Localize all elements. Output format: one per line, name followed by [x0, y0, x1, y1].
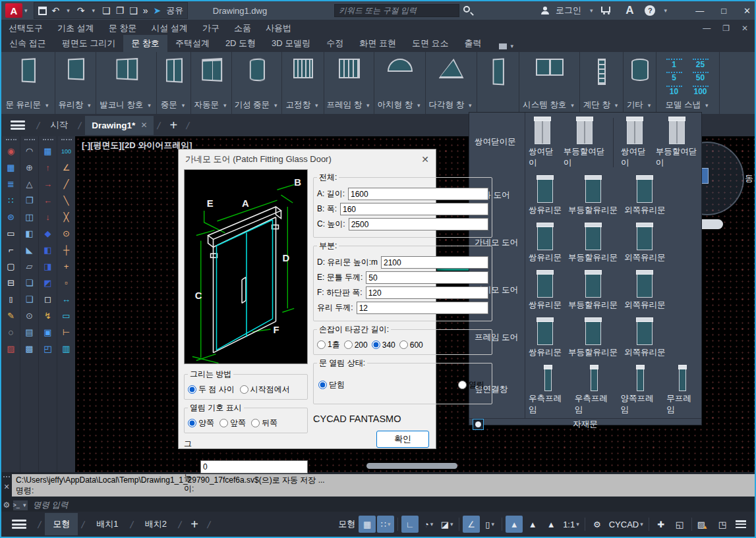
- toolbar-grip[interactable]: [43, 139, 53, 140]
- ribbon-tab-9[interactable]: 출력: [457, 35, 490, 52]
- palette-item[interactable]: 쌍유리문: [525, 317, 565, 358]
- draw-method-option-1[interactable]: 시작점에서: [240, 384, 290, 395]
- palette-item[interactable]: 부등할유리문: [565, 175, 621, 216]
- command-customize-icon[interactable]: ⚙: [3, 500, 11, 510]
- tool-center-mark-icon[interactable]: ⊙: [59, 225, 74, 242]
- tool-align-icon[interactable]: ◰: [40, 340, 56, 357]
- tool-intersection-icon[interactable]: ┼: [59, 242, 74, 258]
- ribbon-panel-12[interactable]: 계단 창▾: [580, 52, 624, 114]
- annotation-scale-value[interactable]: 1:1▾: [561, 516, 581, 533]
- new-file-icon[interactable]: ❏: [102, 5, 111, 16]
- ok-button[interactable]: 확인: [376, 431, 429, 448]
- open-symbol-option-0[interactable]: 양쪽: [188, 417, 214, 429]
- toolbar-grip[interactable]: [61, 139, 72, 140]
- palette-item[interactable]: 쌍유리문: [525, 175, 565, 216]
- tool-perpendicular-icon[interactable]: ⊢: [59, 324, 74, 340]
- model-snap-value[interactable]: 5: [663, 72, 685, 84]
- menu-item-0[interactable]: 선택도구: [1, 22, 50, 34]
- tool-move-right-icon[interactable]: →: [40, 176, 56, 192]
- ribbon-panel-label[interactable]: 유리창▾: [58, 99, 92, 111]
- search-icon[interactable]: [463, 6, 470, 13]
- ribbon-tab-2[interactable]: 문 창호: [123, 35, 167, 52]
- draw-method-option-0[interactable]: 두 점 사이: [188, 384, 235, 395]
- palette-item[interactable]: 부등할여닫이: [653, 117, 701, 169]
- handle-length-option-2[interactable]: 340: [372, 340, 395, 350]
- panel-caret-icon[interactable]: ▾: [417, 102, 421, 109]
- draw-height-input[interactable]: [200, 460, 308, 473]
- ribbon-panel-label[interactable]: 중문▾: [161, 99, 187, 111]
- tool-plane-icon[interactable]: ▱: [22, 258, 38, 275]
- file-menu-icon[interactable]: [11, 121, 25, 130]
- panel-caret-icon[interactable]: ▾: [648, 102, 651, 109]
- panel-caret-icon[interactable]: ▾: [366, 102, 370, 109]
- tool-small-node-icon[interactable]: ▫: [59, 275, 74, 291]
- tool-render-material-icon[interactable]: ◉: [3, 143, 19, 159]
- tool-union-icon[interactable]: ❑: [22, 291, 38, 308]
- door-state-option-0[interactable]: 닫힘: [318, 379, 345, 390]
- field-b-input[interactable]: [340, 203, 488, 215]
- osnap-toggle[interactable]: ∠: [463, 516, 480, 533]
- palette-item[interactable]: 부등할여닫이: [560, 117, 609, 169]
- ribbon-panel-label[interactable]: 아치형 창▾: [377, 99, 422, 111]
- ribbon-panel-label[interactable]: 시스템 창호▾: [523, 99, 576, 111]
- tool-circle-icon[interactable]: ◌: [3, 324, 19, 340]
- draw-method-radio-0[interactable]: [188, 385, 196, 394]
- door-state-radio-1[interactable]: [458, 381, 467, 389]
- ribbon-tab-4[interactable]: 2D 도형: [218, 35, 264, 52]
- open-symbol-option-2[interactable]: 뒤쪽: [251, 417, 277, 429]
- tool-face-right-icon[interactable]: ◨: [40, 258, 56, 275]
- tool-circle-center-icon[interactable]: ⊕: [22, 159, 38, 176]
- ribbon-panel-label[interactable]: 다각형 창▾: [428, 99, 473, 111]
- model-space-button[interactable]: 모형: [336, 516, 357, 533]
- tool-polyline-icon[interactable]: ⌐: [3, 242, 19, 258]
- command-grip[interactable]: [3, 476, 10, 477]
- graphics-performance-button[interactable]: ▨▲: [695, 516, 712, 533]
- ribbon-panel-label[interactable]: 고정창▾: [285, 99, 320, 111]
- login-link[interactable]: 로그인: [556, 5, 581, 16]
- tool-solid-half-icon[interactable]: ◧: [22, 225, 38, 242]
- viewport-controls[interactable]: [-][평면도][2D 와이어프레임]: [82, 140, 192, 151]
- ribbon-panel-label[interactable]: 기성 중문▾: [234, 99, 279, 111]
- model-snap-value[interactable]: 50: [689, 72, 712, 84]
- tool-frame-icon[interactable]: ▢: [3, 258, 19, 275]
- palette-item[interactable]: 쌍여닫이: [525, 117, 560, 169]
- tool-face-corner-icon[interactable]: ◩: [40, 275, 56, 291]
- tool-dim-ruler-icon[interactable]: ▭: [59, 308, 74, 324]
- user-icon[interactable]: [541, 7, 549, 14]
- palette-item[interactable]: 양쪽프레임: [617, 365, 663, 416]
- tool-move-down-icon[interactable]: ↓: [40, 209, 56, 225]
- ribbon-panel-6[interactable]: 고정창▾: [282, 52, 324, 114]
- ribbon-panel-13[interactable]: 기타▾: [624, 52, 656, 114]
- open-symbol-radio-0[interactable]: [188, 419, 196, 427]
- ribbon-panel-2[interactable]: 발코니 창호▾: [96, 52, 157, 114]
- tool-solid-box-icon[interactable]: ❐: [22, 192, 38, 209]
- handle-length-radio-0[interactable]: [317, 340, 326, 349]
- tool-zoom-window-icon[interactable]: ◻: [40, 291, 56, 308]
- tool-flash-icon[interactable]: ↯: [40, 308, 56, 324]
- menu-item-1[interactable]: 기초 설계: [50, 22, 102, 34]
- ribbon-tab-0[interactable]: 신속 접근: [1, 35, 54, 52]
- ribbon-panel-1[interactable]: 유리창▾: [55, 52, 96, 114]
- field-d-input[interactable]: [381, 256, 488, 269]
- field-c-input[interactable]: [349, 218, 488, 230]
- toolbar-grip[interactable]: [6, 139, 16, 140]
- doc-restore-button[interactable]: ❐: [722, 24, 730, 33]
- tool-extrude-icon[interactable]: ❏: [22, 275, 38, 291]
- new-drawing-button[interactable]: +: [170, 118, 178, 133]
- ribbon-tab-6[interactable]: 수정: [318, 35, 351, 52]
- tool-panel-edit-icon[interactable]: ⊟: [3, 275, 19, 291]
- tool-block-icon[interactable]: ▣: [40, 324, 56, 340]
- tool-rectangle-icon[interactable]: ▭: [3, 225, 19, 242]
- tool-brackets-icon[interactable]: []: [3, 291, 19, 308]
- annotation-autoscale-toggle[interactable]: ▲: [524, 516, 541, 533]
- dialog-close-icon[interactable]: ✕: [421, 154, 429, 165]
- login-caret-icon[interactable]: ▾: [590, 7, 593, 14]
- palette-item[interactable]: 부등할유리문: [565, 270, 621, 311]
- menu-item-6[interactable]: 사용법: [258, 22, 299, 34]
- command-input[interactable]: [32, 500, 755, 510]
- tool-column-icon[interactable]: ≣: [3, 176, 19, 192]
- ribbon-panel-14[interactable]: 12555010100모델 스냅▾: [656, 52, 720, 114]
- door-state-option-1[interactable]: 열림: [458, 379, 484, 390]
- field-glass-input[interactable]: [357, 302, 488, 314]
- tool-scale-100-icon[interactable]: 100: [59, 143, 74, 159]
